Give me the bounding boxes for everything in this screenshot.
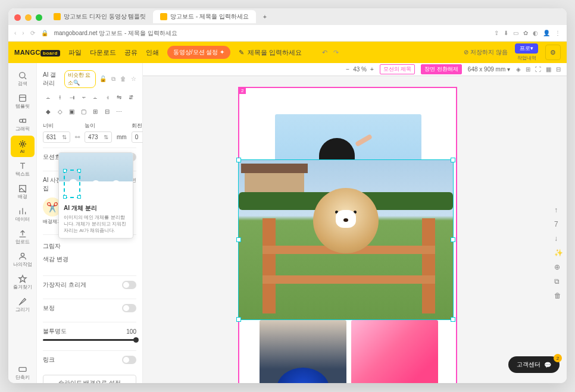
align-right-icon[interactable]: ⫣ bbox=[68, 94, 76, 101]
browser-tab-2[interactable]: 망고보드 - 제목을 입력하세요 bbox=[153, 10, 256, 23]
canvas-dims[interactable]: 648 x 909 mm ▾ bbox=[468, 66, 510, 73]
opacity-slider[interactable] bbox=[43, 339, 136, 341]
svg-rect-3 bbox=[23, 119, 26, 122]
undo-icon[interactable]: ↶ bbox=[322, 49, 327, 57]
set-as-background-button[interactable]: 슬라이드 배경으로 설정 bbox=[43, 375, 136, 383]
resize-handle[interactable] bbox=[451, 237, 455, 242]
rail-search[interactable]: 검색 bbox=[11, 68, 35, 89]
zoom-value[interactable]: 43 % bbox=[353, 66, 367, 73]
ungroup-icon[interactable]: ⊟ bbox=[103, 108, 111, 115]
menu-print[interactable]: 인쇄 bbox=[146, 48, 159, 57]
copy-icon[interactable]: ⧉ bbox=[111, 76, 115, 83]
rail-shortcut[interactable]: 단축키 bbox=[11, 362, 35, 383]
selected-image-overlay[interactable] bbox=[238, 159, 454, 320]
rail-graphic[interactable]: 그래픽 bbox=[11, 113, 35, 134]
align-top-icon[interactable]: ⫟ bbox=[80, 94, 88, 101]
duplicate-icon[interactable]: ⧉ bbox=[554, 277, 563, 286]
rail-upload[interactable]: 업로드 bbox=[11, 226, 35, 247]
flip-v-icon[interactable]: ⇵ bbox=[127, 94, 135, 101]
layers-icon[interactable]: ◈ bbox=[516, 66, 521, 73]
rail-bg[interactable]: 배경 bbox=[11, 181, 35, 202]
image-dog-jumping[interactable] bbox=[239, 160, 453, 319]
correction-toggle[interactable] bbox=[122, 304, 136, 312]
layer-backward-icon[interactable]: ▢ bbox=[80, 108, 88, 115]
panel-title: AI 갤러리 bbox=[43, 71, 61, 87]
align-left-icon[interactable]: ⫠ bbox=[44, 94, 52, 101]
new-tab-button[interactable]: + bbox=[256, 11, 274, 23]
browser-tabs: 망고보드 디자인 동영상 템플릿 망고보드 - 제목을 입력하세요 + bbox=[8, 8, 567, 25]
color-change-label[interactable]: 색감 변경 bbox=[43, 253, 136, 266]
shadow-label[interactable]: 그림자 bbox=[43, 240, 136, 253]
ext-icon[interactable]: ⇪ bbox=[494, 30, 499, 36]
link-dims-icon[interactable]: ⚯ bbox=[75, 134, 80, 143]
group-icon[interactable]: ⊞ bbox=[91, 108, 99, 115]
menu-share[interactable]: 공유 bbox=[124, 48, 138, 57]
link-toggle[interactable] bbox=[122, 356, 136, 364]
ruler-icon[interactable]: ⊞ bbox=[526, 66, 530, 73]
menu-file[interactable]: 파일 bbox=[68, 48, 82, 57]
rail-draw[interactable]: 그리기 bbox=[11, 294, 35, 315]
window-traffic-lights[interactable] bbox=[14, 14, 42, 21]
delete-page-icon[interactable]: 🗑 bbox=[554, 291, 563, 300]
grid-icon[interactable]: ▦ bbox=[546, 66, 551, 73]
list-icon[interactable]: ⊟ bbox=[556, 66, 561, 73]
zoom-out-icon[interactable]: − bbox=[346, 66, 349, 73]
layer-back-icon[interactable]: ▣ bbox=[68, 108, 76, 115]
align-middle-icon[interactable]: ⫠ bbox=[91, 94, 99, 101]
more-icon[interactable]: ⋯ bbox=[115, 108, 123, 115]
ext-icon[interactable]: 👤 bbox=[543, 30, 550, 36]
ext-menu-icon[interactable]: ⋮ bbox=[555, 30, 561, 36]
add-page-icon[interactable]: ⊕ bbox=[554, 263, 563, 271]
resize-handle[interactable] bbox=[451, 158, 455, 162]
address-bar[interactable]: mangoboard.net 망고보드 - 제목을 입력하세요 bbox=[54, 29, 488, 37]
similar-elements-tag[interactable]: 비슷한 요소🔍 bbox=[64, 70, 96, 88]
edge-blur-toggle[interactable] bbox=[122, 281, 136, 289]
ext-icon[interactable]: ✿ bbox=[523, 30, 528, 36]
browser-tab-1[interactable]: 망고보드 디자인 동영상 템플릿 bbox=[46, 10, 153, 23]
ext-icon[interactable]: ⬇ bbox=[504, 30, 508, 36]
menu-download[interactable]: 다운로드 bbox=[90, 48, 116, 57]
height-input[interactable]: 473⇅ bbox=[85, 131, 112, 143]
ext-icon[interactable]: ◐ bbox=[533, 30, 538, 36]
image-tulips[interactable] bbox=[351, 320, 438, 383]
move-up-icon[interactable]: ↑ bbox=[554, 206, 563, 214]
layer-forward-icon[interactable]: ◇ bbox=[56, 108, 64, 115]
align-center-h-icon[interactable]: ⫲ bbox=[56, 94, 64, 101]
nav-reload-icon[interactable]: ⟳ bbox=[30, 30, 35, 36]
star-icon[interactable]: ☆ bbox=[131, 76, 136, 83]
rail-data[interactable]: 데이터 bbox=[11, 203, 35, 225]
customer-service-button[interactable]: 고객센터 💬 2 bbox=[508, 356, 560, 373]
resize-handle[interactable] bbox=[451, 317, 455, 322]
layer-front-icon[interactable]: ◆ bbox=[44, 108, 52, 115]
ext-icon[interactable]: ▭ bbox=[513, 30, 518, 36]
align-bottom-icon[interactable]: ⫞ bbox=[103, 94, 111, 101]
rail-favorite[interactable]: 즐겨찾기 bbox=[11, 271, 35, 293]
resize-handle[interactable] bbox=[236, 158, 241, 162]
page-link-icon[interactable]: 7 bbox=[554, 220, 563, 228]
magic-icon[interactable]: ✨ bbox=[554, 249, 563, 257]
width-input[interactable]: 631⇅ bbox=[43, 131, 70, 143]
zoom-in-icon[interactable]: + bbox=[370, 66, 374, 73]
image-blue-dress[interactable] bbox=[260, 320, 346, 383]
trash-icon[interactable]: 🗑 bbox=[120, 76, 126, 83]
resize-handle[interactable] bbox=[236, 317, 241, 322]
nav-back-icon[interactable]: ‹ bbox=[14, 30, 16, 36]
rail-template[interactable]: 템플릿 bbox=[11, 90, 35, 112]
work-log-link[interactable]: 작업내역 bbox=[517, 55, 536, 61]
lock-icon[interactable]: 🔓 bbox=[99, 76, 107, 83]
title-input[interactable]: ✎ 제목을 입력하세요 bbox=[239, 48, 302, 57]
transition-chip[interactable]: 장면 전환해제 bbox=[421, 64, 462, 74]
move-down-icon[interactable]: ↓ bbox=[554, 234, 563, 243]
motion-settings-chip[interactable]: 동영상/모션 설정 ✦ bbox=[167, 46, 230, 59]
plan-badge[interactable]: 프로▾ bbox=[515, 43, 538, 54]
rail-ai[interactable]: AI bbox=[11, 136, 35, 157]
fit-icon[interactable]: ⛶ bbox=[535, 66, 541, 73]
logo[interactable]: MANGCboard bbox=[14, 49, 60, 56]
rail-mywork[interactable]: 나의작업 bbox=[11, 249, 35, 270]
resize-handle[interactable] bbox=[236, 237, 241, 242]
settings-icon[interactable]: ⚙ bbox=[545, 45, 561, 60]
notification-badge: 2 bbox=[554, 354, 562, 362]
motion-title-chip[interactable]: 모션의 제목 bbox=[380, 64, 415, 74]
rail-text[interactable]: 텍스트 bbox=[11, 158, 35, 180]
flip-h-icon[interactable]: ⇋ bbox=[115, 94, 123, 101]
